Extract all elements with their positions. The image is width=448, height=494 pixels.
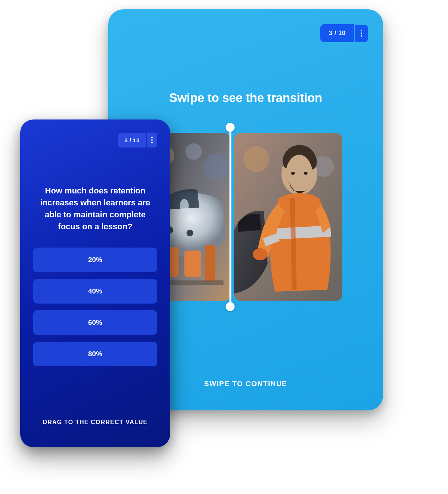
quiz-option[interactable]: 20% — [33, 248, 157, 272]
quiz-options: 20% 40% 60% 80% — [33, 248, 157, 366]
tablet-header: 3 / 10 — [123, 24, 368, 42]
phone-header: 3 / 10 — [33, 133, 157, 147]
svg-rect-6 — [184, 251, 201, 277]
svg-point-4 — [180, 199, 189, 212]
after-image — [234, 133, 342, 301]
svg-point-9 — [186, 230, 193, 236]
quiz-option[interactable]: 60% — [33, 310, 157, 335]
worker-illustration — [234, 133, 342, 301]
svg-point-2 — [185, 143, 202, 160]
divider-handle-bottom[interactable] — [226, 302, 235, 311]
divider-handle-top[interactable] — [226, 123, 235, 132]
svg-point-12 — [243, 146, 270, 172]
svg-point-16 — [304, 172, 308, 175]
image-compare-slider[interactable] — [149, 133, 342, 301]
svg-rect-7 — [205, 245, 215, 282]
kebab-icon — [151, 137, 153, 143]
phone-quiz-card: 3 / 10 How much does retention increases… — [20, 119, 170, 447]
svg-point-18 — [253, 248, 268, 260]
quiz-option[interactable]: 80% — [33, 342, 157, 366]
svg-point-3 — [203, 153, 229, 180]
kebab-icon — [361, 30, 362, 37]
swipe-title: Swipe to see the transition — [123, 91, 368, 105]
quiz-option[interactable]: 40% — [33, 279, 157, 304]
kebab-menu-button[interactable] — [147, 133, 157, 147]
kebab-menu-button[interactable] — [355, 25, 368, 42]
svg-point-15 — [291, 172, 295, 175]
quiz-question: How much does retention increases when l… — [33, 185, 157, 233]
progress-badge: 3 / 10 — [320, 24, 354, 42]
progress-badge: 3 / 10 — [118, 133, 146, 147]
drag-hint-label: DRAG TO THE CORRECT VALUE — [20, 419, 170, 426]
compare-divider[interactable] — [229, 127, 231, 307]
